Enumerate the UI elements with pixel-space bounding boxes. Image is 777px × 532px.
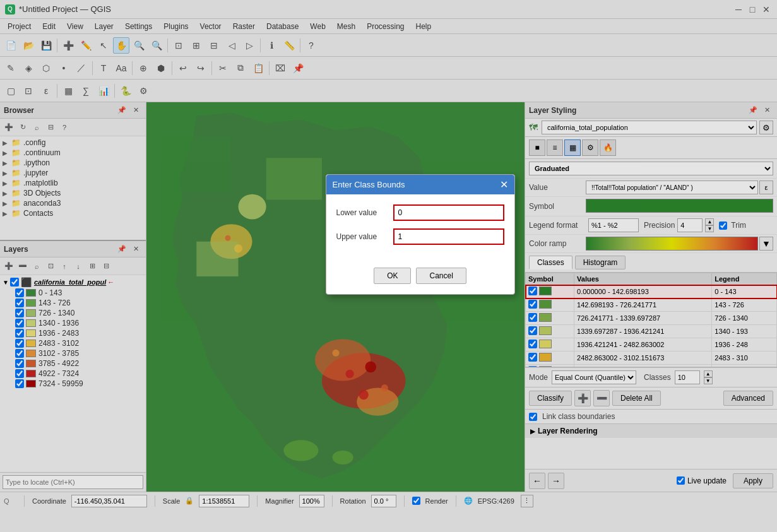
upper-value-input[interactable] — [393, 228, 504, 245]
lower-value-input[interactable] — [393, 204, 504, 221]
dialog-cancel-button[interactable]: Cancel — [416, 268, 466, 284]
dialog-close-button[interactable]: ✕ — [500, 179, 508, 191]
upper-value-label: Upper value — [336, 232, 393, 241]
lower-value-label: Lower value — [336, 208, 393, 217]
upper-value-field: Upper value — [336, 228, 504, 245]
lower-value-field: Lower value — [336, 204, 504, 221]
dialog-ok-button[interactable]: OK — [374, 268, 411, 284]
dialog-title-bar: Enter Class Bounds ✕ — [326, 175, 514, 194]
dialog-buttons: OK Cancel — [326, 263, 514, 294]
dialog-overlay: Enter Class Bounds ✕ Lower value Upper v… — [0, 0, 777, 532]
enter-class-bounds-dialog: Enter Class Bounds ✕ Lower value Upper v… — [326, 174, 515, 295]
dialog-body: Lower value Upper value — [326, 194, 514, 263]
dialog-title: Enter Class Bounds — [333, 180, 405, 189]
